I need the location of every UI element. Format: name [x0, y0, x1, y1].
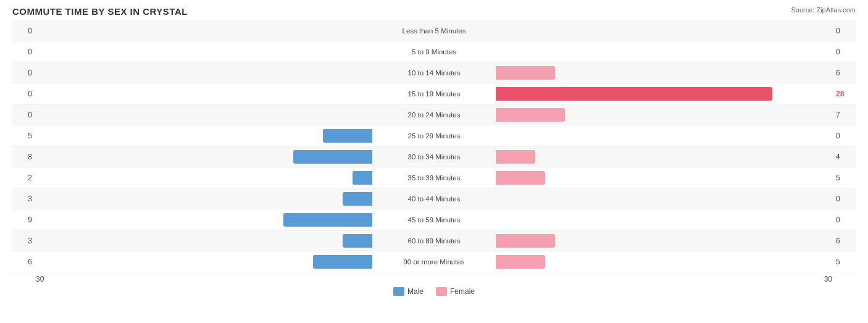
male-label: Male: [407, 287, 424, 296]
axis-labels: 30 30: [12, 275, 856, 283]
right-value: 7: [832, 111, 856, 119]
left-value: 0: [12, 69, 36, 77]
right-value: 28: [832, 90, 856, 98]
female-label: Female: [450, 287, 475, 296]
left-bar-area: [36, 45, 372, 59]
left-value: 9: [12, 216, 36, 224]
right-value: 5: [832, 258, 856, 266]
left-bar-area: [36, 108, 372, 122]
left-bar-area: [36, 150, 372, 164]
source-label: Source: ZipAtlas.com: [791, 6, 856, 14]
table-row: 0 5 to 9 Minutes 0: [12, 41, 856, 62]
bar-male: [293, 150, 372, 164]
right-bar-area: [496, 150, 832, 164]
right-bar-area: [496, 171, 832, 185]
right-bar-area: [496, 192, 832, 206]
bar-female: [496, 150, 535, 164]
male-swatch: [393, 287, 404, 296]
right-bar-area: [496, 129, 832, 143]
bar-male: [353, 171, 372, 185]
left-value: 8: [12, 153, 36, 161]
table-row: 5 25 to 29 Minutes 0: [12, 125, 856, 146]
right-bar-area: [496, 255, 832, 269]
table-row: 6 90 or more Minutes 5: [12, 251, 856, 272]
legend: Male Female: [12, 287, 856, 296]
right-bar-area: [496, 45, 832, 59]
right-bar-area: [496, 24, 832, 38]
left-bar-area: [36, 255, 372, 269]
legend-male: Male: [393, 287, 424, 296]
left-value: 6: [12, 258, 36, 266]
right-value: 6: [832, 69, 856, 77]
row-label: 10 to 14 Minutes: [372, 69, 496, 77]
row-label: 40 to 44 Minutes: [372, 195, 496, 203]
left-value: 5: [12, 132, 36, 140]
bars-section: 10 to 14 Minutes: [36, 62, 832, 83]
row-label: 15 to 19 Minutes: [372, 90, 496, 98]
bars-section: 5 to 9 Minutes: [36, 41, 832, 62]
bar-female: [496, 66, 555, 80]
bar-female: [496, 234, 555, 248]
bars-section: 20 to 24 Minutes: [36, 104, 832, 125]
left-bar-area: [36, 66, 372, 80]
legend-female: Female: [436, 287, 475, 296]
right-bar-area: [496, 66, 832, 80]
left-bar-area: [36, 87, 372, 101]
table-row: 3 60 to 89 Minutes 6: [12, 230, 856, 251]
table-row: 0 20 to 24 Minutes 7: [12, 104, 856, 125]
female-swatch: [436, 287, 447, 296]
right-value: 4: [832, 153, 856, 161]
left-bar-area: [36, 192, 372, 206]
row-label: 25 to 29 Minutes: [372, 132, 496, 140]
right-value: 6: [832, 237, 856, 245]
bar-female: [496, 171, 545, 185]
left-bar-area: [36, 24, 372, 38]
right-bar-area: [496, 108, 832, 122]
row-label: 60 to 89 Minutes: [372, 237, 496, 245]
right-value: 0: [832, 216, 856, 224]
row-label: 35 to 39 Minutes: [372, 174, 496, 182]
left-value: 0: [12, 27, 36, 35]
table-row: 0 Less than 5 Minutes 0: [12, 20, 856, 41]
bars-section: 45 to 59 Minutes: [36, 209, 832, 230]
right-bar-area: [496, 87, 832, 101]
table-row: 3 40 to 44 Minutes 0: [12, 188, 856, 209]
bars-section: 35 to 39 Minutes: [36, 167, 832, 188]
table-row: 0 10 to 14 Minutes 6: [12, 62, 856, 83]
bar-male: [323, 129, 372, 143]
left-bar-area: [36, 129, 372, 143]
left-bar-area: [36, 171, 372, 185]
left-value: 2: [12, 174, 36, 182]
bar-female: [496, 255, 545, 269]
right-bar-area: [496, 234, 832, 248]
row-label: 90 or more Minutes: [372, 258, 496, 266]
right-value: 0: [832, 48, 856, 56]
bars-section: 90 or more Minutes: [36, 251, 832, 272]
bars-section: 60 to 89 Minutes: [36, 230, 832, 251]
right-bar-area: [496, 213, 832, 227]
row-label: 45 to 59 Minutes: [372, 216, 496, 224]
chart-title: COMMUTE TIME BY SEX IN CRYSTAL: [12, 6, 856, 17]
bar-male: [283, 213, 372, 227]
bars-section: Less than 5 Minutes: [36, 20, 832, 41]
table-row: 0 15 to 19 Minutes 28: [12, 83, 856, 104]
left-bar-area: [36, 234, 372, 248]
left-bar-area: [36, 213, 372, 227]
row-label: 30 to 34 Minutes: [372, 153, 496, 161]
axis-min-label: 30: [36, 275, 44, 283]
right-value: 0: [832, 195, 856, 203]
chart-container: COMMUTE TIME BY SEX IN CRYSTAL Source: Z…: [0, 0, 868, 323]
right-value: 0: [832, 27, 856, 35]
chart-area: 0 Less than 5 Minutes 0 0 5 to 9 Minutes…: [12, 20, 856, 272]
left-value: 0: [12, 90, 36, 98]
left-value: 3: [12, 237, 36, 245]
bars-section: 15 to 19 Minutes: [36, 83, 832, 104]
bar-female: [496, 108, 565, 122]
table-row: 2 35 to 39 Minutes 5: [12, 167, 856, 188]
bar-male: [343, 234, 372, 248]
row-label: 20 to 24 Minutes: [372, 111, 496, 119]
bars-section: 25 to 29 Minutes: [36, 125, 832, 146]
row-label: 5 to 9 Minutes: [372, 48, 496, 56]
right-value: 5: [832, 174, 856, 182]
table-row: 8 30 to 34 Minutes 4: [12, 146, 856, 167]
